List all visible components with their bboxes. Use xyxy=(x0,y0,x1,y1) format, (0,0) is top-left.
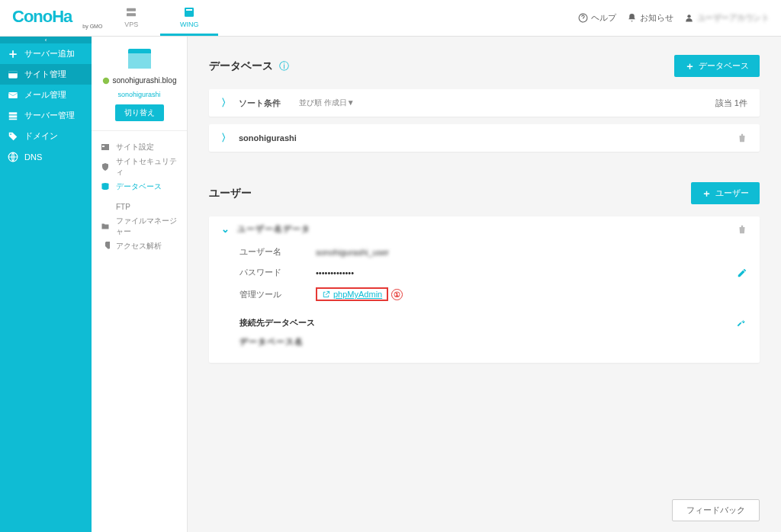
database-item-panel: 〉 sonohigurashi xyxy=(209,124,760,152)
help-circle-icon[interactable]: ⓘ xyxy=(279,59,289,73)
nav-label: データベース xyxy=(116,181,162,192)
site-nav: サイト設定 サイトセキュリティ データベース FTP ファイルマネージャー アク… xyxy=(92,131,187,262)
site-window-icon xyxy=(128,49,151,69)
sidebar-item-add-server[interactable]: サーバー追加 xyxy=(0,43,92,64)
tool-label: 管理ツール xyxy=(239,289,316,300)
sort-by: 並び順 作成日▼ xyxy=(299,98,355,108)
header-right: ヘルプ お知らせ ユーザーアカウント xyxy=(578,12,770,24)
chevron-right-icon: 〉 xyxy=(221,96,231,110)
chevron-down-icon: ⌄ xyxy=(221,223,230,235)
user-icon xyxy=(684,13,694,23)
sidebar-label: サイト管理 xyxy=(24,69,66,80)
user-row-header[interactable]: ⌄ ユーザー名データ xyxy=(209,216,760,242)
server-icon xyxy=(8,111,18,121)
database-sort-panel: 〉 ソート条件 並び順 作成日▼ 該当 1件 xyxy=(209,89,760,117)
tag-icon xyxy=(8,131,18,142)
sidebar-item-server[interactable]: サーバー管理 xyxy=(0,105,92,126)
nav-site-settings[interactable]: サイト設定 xyxy=(92,137,187,157)
external-link-icon xyxy=(322,290,330,299)
svg-rect-7 xyxy=(8,71,18,73)
tab-vps[interactable]: VPS xyxy=(102,0,160,36)
mail-icon xyxy=(8,90,18,101)
notice-link[interactable]: お知らせ xyxy=(627,12,673,24)
annotation-1: ① xyxy=(391,289,403,300)
add-user-button[interactable]: ＋ ユーザー xyxy=(691,182,760,204)
phpmyadmin-link[interactable]: phpMyAdmin xyxy=(316,287,388,301)
sort-row[interactable]: 〉 ソート条件 並び順 作成日▼ 該当 1件 xyxy=(209,89,760,117)
database-name: sonohigurashi xyxy=(239,133,297,143)
switch-button[interactable]: 切り替え xyxy=(115,104,164,121)
top-tabs: VPS WING xyxy=(102,0,218,36)
user-panel: ⌄ ユーザー名データ ユーザー名 sonohigurashi_user パスワー… xyxy=(209,216,760,363)
connected-db-label: 接続先データベース xyxy=(239,317,315,328)
sidebar-label: メール管理 xyxy=(24,89,66,101)
ftp-icon xyxy=(101,202,110,211)
wrench-icon[interactable] xyxy=(735,316,747,328)
sidebar-item-dns[interactable]: DNS xyxy=(0,146,92,167)
svg-point-14 xyxy=(102,77,108,83)
sidebar-label: サーバー追加 xyxy=(24,48,75,59)
site-info: sonohigurashi.blog sonohigurashi 切り替え xyxy=(92,37,187,131)
database-icon xyxy=(101,182,110,191)
svg-rect-10 xyxy=(9,115,18,117)
connected-db-value: データベース名 xyxy=(209,333,760,354)
wing-icon xyxy=(183,6,195,18)
db-count: 該当 1件 xyxy=(715,98,747,109)
help-link[interactable]: ヘルプ xyxy=(578,12,616,24)
plus-icon: ＋ xyxy=(702,188,712,198)
tab-wing-label: WING xyxy=(180,21,199,28)
user-menu[interactable]: ユーザーアカウント xyxy=(684,12,770,24)
collapse-handle[interactable]: ‹ xyxy=(0,37,92,43)
vps-icon xyxy=(125,6,137,18)
users-section-head: ユーザー ＋ ユーザー xyxy=(209,182,760,204)
svg-rect-16 xyxy=(102,146,104,147)
feedback-button[interactable]: フィードバック xyxy=(672,499,760,521)
header: ConoHa by GMO VPS WING ヘルプ お知らせ ユーザーアカウン… xyxy=(0,0,781,37)
sidebar-item-site[interactable]: サイト管理 xyxy=(0,64,92,85)
nav-analytics[interactable]: アクセス解析 xyxy=(92,236,187,256)
users-title: ユーザー xyxy=(209,187,252,200)
nav-filemanager[interactable]: ファイルマネージャー xyxy=(92,216,187,236)
plus-icon xyxy=(8,49,18,59)
nav-label: ファイルマネージャー xyxy=(116,216,178,237)
nav-label: サイト設定 xyxy=(116,142,154,152)
trash-icon[interactable] xyxy=(737,224,747,235)
password-label: パスワード xyxy=(239,267,316,278)
database-title: データベース xyxy=(209,59,273,73)
tool-field: 管理ツール phpMyAdmin ① xyxy=(209,283,760,306)
pencil-icon[interactable] xyxy=(737,268,747,278)
tab-wing[interactable]: WING xyxy=(160,0,218,36)
svg-rect-9 xyxy=(9,112,18,114)
sidebar-label: サーバー管理 xyxy=(24,110,75,121)
shield-icon xyxy=(101,162,110,171)
svg-rect-0 xyxy=(127,8,136,11)
site-sub: sonohigurashi xyxy=(98,91,181,98)
svg-point-12 xyxy=(10,133,11,135)
site-domain: sonohigurashi.blog xyxy=(98,76,181,85)
database-section-head: データベース ⓘ ＋ データベース xyxy=(209,55,760,77)
nav-ftp[interactable]: FTP xyxy=(92,197,187,216)
nav-database[interactable]: データベース xyxy=(92,177,187,197)
sidebar-item-mail[interactable]: メール管理 xyxy=(0,85,92,105)
nav-label: サイトセキュリティ xyxy=(116,156,178,178)
database-row[interactable]: 〉 sonohigurashi xyxy=(209,124,760,152)
add-database-button[interactable]: ＋ データベース xyxy=(674,55,760,77)
site-panel: sonohigurashi.blog sonohigurashi 切り替え サイ… xyxy=(92,37,188,532)
nav-security[interactable]: サイトセキュリティ xyxy=(92,157,187,177)
site-icon xyxy=(101,143,110,152)
user-name-header: ユーザー名データ xyxy=(237,223,310,235)
sidebar-item-domain[interactable]: ドメイン xyxy=(0,126,92,146)
plus-icon: ＋ xyxy=(685,61,695,71)
help-icon xyxy=(578,13,588,23)
bell-icon xyxy=(627,13,637,23)
logo[interactable]: ConoHa by GMO xyxy=(12,7,102,29)
folder-icon xyxy=(101,222,110,231)
trash-icon[interactable] xyxy=(737,133,747,143)
svg-rect-8 xyxy=(8,91,18,98)
sidebar-label: ドメイン xyxy=(24,130,58,142)
nav-label: アクセス解析 xyxy=(116,241,162,252)
window-icon xyxy=(8,69,18,80)
sort-label: ソート条件 xyxy=(239,98,281,109)
connected-db-header: 接続先データベース xyxy=(209,306,760,333)
password-field: パスワード ••••••••••••• xyxy=(209,262,760,283)
